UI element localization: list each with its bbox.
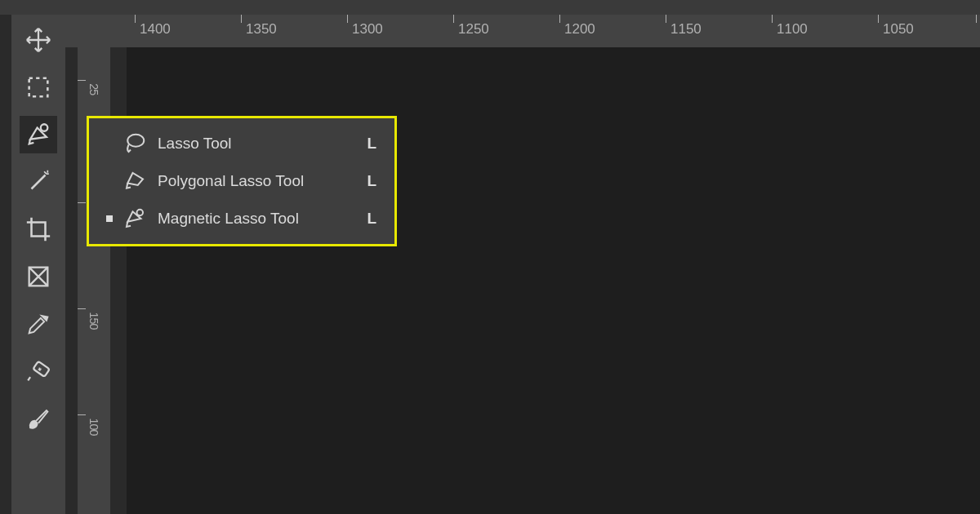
marquee-tool[interactable]: [20, 69, 57, 106]
flyout-item-magnetic-lasso[interactable]: Magnetic Lasso Tool L: [89, 200, 394, 237]
frame-tool[interactable]: [20, 258, 57, 295]
ruler-h-label: 1350: [246, 21, 277, 38]
svg-point-5: [137, 210, 144, 216]
horizontal-ruler[interactable]: 1400 1350 1300 1250 1200 1150 1100 1050 …: [78, 15, 980, 47]
svg-rect-0: [29, 78, 48, 97]
lasso-icon: [120, 129, 149, 158]
ruler-h-label: 1300: [352, 21, 383, 38]
ruler-v-label: 150: [87, 312, 100, 330]
eyedropper-tool[interactable]: [20, 305, 57, 343]
ruler-h-label: 1200: [564, 21, 595, 38]
ruler-h-label: 1050: [883, 21, 914, 38]
brush-tool[interactable]: [20, 400, 57, 437]
flyout-item-shortcut: L: [367, 172, 381, 190]
svg-rect-3: [33, 361, 49, 377]
healing-brush-tool[interactable]: [20, 352, 57, 390]
svg-point-4: [127, 135, 144, 147]
lasso-tool-flyout: Lasso Tool L Polygonal Lasso Tool L Magn…: [87, 116, 397, 246]
ruler-v-label: 100: [87, 419, 100, 436]
flyout-item-label: Polygonal Lasso Tool: [158, 172, 367, 190]
flyout-selected-indicator: [102, 215, 117, 222]
ruler-h-label: 1400: [140, 21, 171, 38]
lasso-tool[interactable]: [20, 116, 57, 153]
svg-point-1: [41, 124, 48, 131]
flyout-item-shortcut: L: [367, 135, 381, 153]
ruler-v-label: 25: [87, 83, 100, 95]
ruler-corner: [65, 15, 78, 47]
ruler-h-label: 1100: [777, 21, 808, 38]
flyout-item-label: Magnetic Lasso Tool: [158, 210, 367, 228]
ruler-h-label: 1250: [458, 21, 489, 38]
flyout-item-lasso[interactable]: Lasso Tool L: [89, 125, 394, 162]
flyout-item-shortcut: L: [367, 210, 381, 228]
flyout-item-polygonal-lasso[interactable]: Polygonal Lasso Tool L: [89, 162, 394, 200]
magic-wand-tool[interactable]: [20, 163, 57, 201]
app-topbar: [0, 0, 980, 15]
move-tool[interactable]: [20, 21, 57, 59]
flyout-item-label: Lasso Tool: [158, 135, 367, 153]
tools-panel: [11, 15, 65, 514]
magnetic-lasso-icon: [120, 204, 149, 233]
crop-tool[interactable]: [20, 210, 57, 248]
ruler-h-label: 1150: [670, 21, 702, 38]
polygonal-lasso-icon: [120, 166, 149, 196]
